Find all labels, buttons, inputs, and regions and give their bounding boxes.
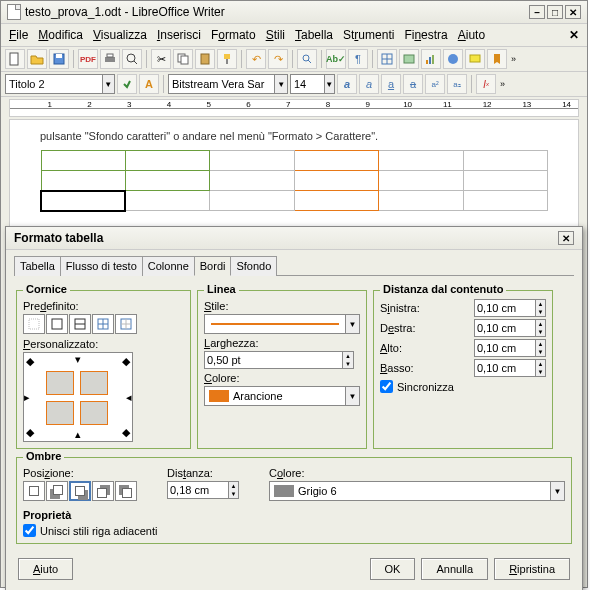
reset-button[interactable]: Ripristina: [494, 558, 570, 580]
hyperlink-icon[interactable]: [443, 49, 463, 69]
nonprint-icon[interactable]: ¶: [348, 49, 368, 69]
menu-tabella[interactable]: Tabella: [291, 26, 337, 44]
chart-icon[interactable]: [421, 49, 441, 69]
clone-format-icon[interactable]: [217, 49, 237, 69]
subscript-icon[interactable]: a₂: [447, 74, 467, 94]
menu-file[interactable]: File: [5, 26, 32, 44]
shadow-color-combo[interactable]: Grigio 6 ▼: [269, 481, 565, 501]
preset-horiz[interactable]: [69, 314, 91, 334]
cut-icon[interactable]: ✂: [151, 49, 171, 69]
redo-icon[interactable]: ↷: [268, 49, 288, 69]
toolbar-more-icon[interactable]: »: [500, 79, 505, 89]
checkbox-unisci[interactable]: [23, 524, 36, 537]
shadow-bl[interactable]: [46, 481, 68, 501]
style-new-icon[interactable]: A: [139, 74, 159, 94]
close-button[interactable]: ✕: [565, 5, 581, 19]
preset-outer[interactable]: [115, 314, 137, 334]
svg-rect-2: [56, 54, 62, 58]
print-icon[interactable]: [100, 49, 120, 69]
italic-icon[interactable]: a: [359, 74, 379, 94]
table-icon[interactable]: [377, 49, 397, 69]
dialog-close-icon[interactable]: ✕: [558, 231, 574, 245]
clear-format-icon[interactable]: Ix: [476, 74, 496, 94]
line-color-combo[interactable]: Arancione ▼: [204, 386, 360, 406]
ok-button[interactable]: OK: [370, 558, 416, 580]
open-icon[interactable]: [27, 49, 47, 69]
chevron-down-icon[interactable]: ▼: [102, 75, 114, 93]
save-icon[interactable]: [49, 49, 69, 69]
menu-finestra[interactable]: Finestra: [400, 26, 451, 44]
line-style-combo[interactable]: ▼: [204, 314, 360, 334]
toolbar-more-icon[interactable]: »: [511, 54, 516, 64]
underline-icon[interactable]: a: [381, 74, 401, 94]
line-width-spinner[interactable]: ▲▼: [204, 351, 354, 369]
image-icon[interactable]: [399, 49, 419, 69]
minimize-button[interactable]: –: [529, 5, 545, 19]
menu-formato[interactable]: Formato: [207, 26, 260, 44]
tab-bordi[interactable]: Bordi: [194, 256, 232, 276]
bookmark-icon[interactable]: [487, 49, 507, 69]
style-update-icon[interactable]: [117, 74, 137, 94]
chevron-down-icon[interactable]: ▼: [324, 75, 334, 93]
help-button[interactable]: Aiuto: [18, 558, 73, 580]
cancel-button[interactable]: Annulla: [421, 558, 488, 580]
font-size-combo[interactable]: ▼: [290, 74, 335, 94]
font-size-input[interactable]: [291, 78, 324, 90]
superscript-icon[interactable]: a²: [425, 74, 445, 94]
dialog-title: Formato tabella: [14, 231, 103, 245]
bold-icon[interactable]: a: [337, 74, 357, 94]
shadow-none[interactable]: [23, 481, 45, 501]
shadow-tr[interactable]: [92, 481, 114, 501]
undo-icon[interactable]: ↶: [246, 49, 266, 69]
tab-colonne[interactable]: Colonne: [142, 256, 195, 276]
preset-grid[interactable]: [92, 314, 114, 334]
new-doc-icon[interactable]: [5, 49, 25, 69]
svg-line-6: [134, 61, 137, 64]
menu-visualizza[interactable]: Visualizza: [89, 26, 151, 44]
maximize-button[interactable]: □: [547, 5, 563, 19]
paste-icon[interactable]: [195, 49, 215, 69]
menu-modifica[interactable]: Modifica: [34, 26, 87, 44]
spin-ombre-distanza[interactable]: ▲▼: [167, 481, 239, 499]
tab-sfondo[interactable]: Sfondo: [230, 256, 277, 276]
svg-rect-9: [201, 54, 209, 64]
preset-none[interactable]: [23, 314, 45, 334]
checkbox-sincronizza[interactable]: [380, 380, 393, 393]
shadow-tl[interactable]: [115, 481, 137, 501]
label-ombre-colore: Colore:: [269, 467, 565, 479]
find-icon[interactable]: [297, 49, 317, 69]
menu-aiuto[interactable]: Aiuto: [454, 26, 489, 44]
menu-strumenti[interactable]: Strumenti: [339, 26, 398, 44]
tab-flusso[interactable]: Flusso di testo: [60, 256, 143, 276]
spellcheck-icon[interactable]: Ab✓: [326, 49, 346, 69]
svg-rect-20: [432, 55, 434, 64]
document-table[interactable]: [40, 150, 548, 212]
border-preview[interactable]: ◆ ◆ ◆ ◆ ▾ ▴ ▸ ◂: [23, 352, 133, 442]
menu-inserisci[interactable]: Inserisci: [153, 26, 205, 44]
svg-point-5: [127, 54, 135, 62]
chevron-down-icon[interactable]: ▼: [274, 75, 287, 93]
spin-sinistra[interactable]: ▲▼: [474, 299, 546, 317]
print-preview-icon[interactable]: [122, 49, 142, 69]
spin-alto[interactable]: ▲▼: [474, 339, 546, 357]
comment-icon[interactable]: [465, 49, 485, 69]
spin-down-icon[interactable]: ▼: [343, 360, 353, 368]
menu-stili[interactable]: Stili: [262, 26, 289, 44]
spin-up-icon[interactable]: ▲: [343, 352, 353, 360]
strike-icon[interactable]: a: [403, 74, 423, 94]
doc-close-icon[interactable]: ✕: [565, 26, 583, 44]
shadow-br[interactable]: [69, 481, 91, 501]
export-pdf-icon[interactable]: PDF: [78, 49, 98, 69]
font-name-input[interactable]: [169, 78, 274, 90]
copy-icon[interactable]: [173, 49, 193, 69]
paragraph-style-combo[interactable]: ▼: [5, 74, 115, 94]
preset-box[interactable]: [46, 314, 68, 334]
spin-basso[interactable]: ▲▼: [474, 359, 546, 377]
tab-tabella[interactable]: Tabella: [14, 256, 61, 276]
paragraph-style-input[interactable]: [6, 78, 102, 90]
ruler[interactable]: 12 34 56 78 910 1112 1314: [9, 99, 579, 117]
svg-rect-11: [226, 59, 228, 64]
font-name-combo[interactable]: ▼: [168, 74, 288, 94]
spin-destra[interactable]: ▲▼: [474, 319, 546, 337]
document-text: pulsante "Sfondo caratteri" o andare nel…: [40, 130, 548, 142]
